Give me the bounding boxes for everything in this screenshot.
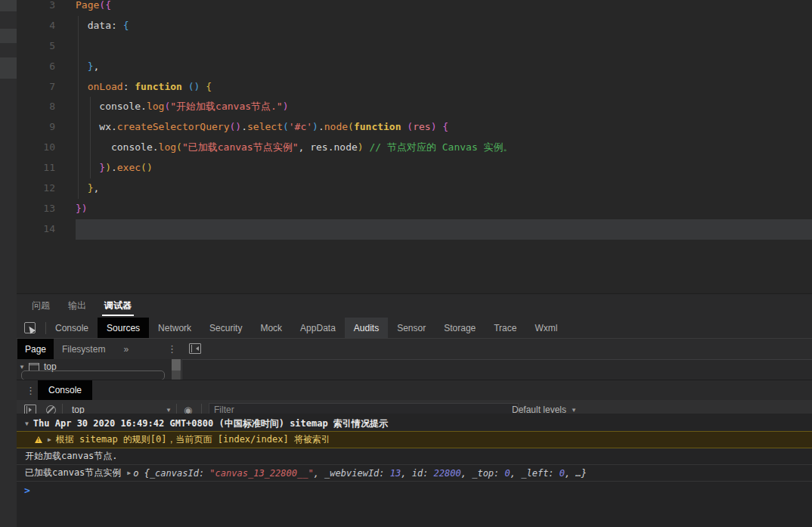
log-message-text: 已加载canvas节点实例: [25, 467, 121, 479]
line-number: 6: [17, 57, 76, 77]
devtools-tab-trace[interactable]: Trace: [485, 318, 525, 338]
line-number: 4: [17, 16, 76, 36]
frame-icon: [29, 363, 39, 371]
code-line: onLoad: function () {: [76, 77, 812, 98]
code-line: },: [76, 57, 812, 77]
indent-guide: [78, 16, 79, 199]
code-line: }).exec(): [76, 158, 812, 178]
devtools-tab-network[interactable]: Network: [149, 318, 200, 338]
line-number: 12: [17, 178, 76, 199]
tree-row-highlight: [0, 29, 17, 43]
devtools-tab-audits[interactable]: Audits: [345, 318, 388, 338]
devtools-tab-security[interactable]: Security: [200, 318, 251, 338]
console-output: ▼ Thu Apr 30 2020 16:49:42 GMT+0800 (中国标…: [17, 414, 812, 527]
wechat-devtools-window: 34567891011121314 Page({ data: { }, onLo…: [0, 0, 812, 527]
devtools-tab-appdata[interactable]: AppData: [291, 318, 345, 338]
sources-navigator-bar: Page Filesystem » ⋮: [17, 339, 812, 359]
code-line: wx.createSelectorQuery().select('#c').no…: [76, 117, 812, 138]
tab-page[interactable]: Page: [17, 339, 54, 359]
expand-arrow-icon[interactable]: ▼: [19, 364, 25, 370]
tab-filesystem[interactable]: Filesystem: [54, 339, 113, 359]
current-code-line: [76, 219, 812, 240]
inspect-element-icon[interactable]: [24, 322, 36, 333]
line-number: 10: [17, 138, 76, 158]
devtools-tab-console[interactable]: Console: [46, 318, 98, 338]
log-message-text: 开始加载canvas节点.: [25, 450, 118, 463]
object-preview: o {_canvasId: "canvas_13_22800__", _webv…: [133, 468, 587, 479]
panel-tab-bar: 问题输出调试器: [17, 294, 812, 318]
code-line: console.log("开始加载canvas节点."): [76, 97, 812, 117]
line-number: 13: [17, 199, 76, 219]
drawer-menu-icon[interactable]: ⋮: [26, 385, 36, 396]
file-tree-edge: [0, 0, 17, 527]
panel-tab[interactable]: 输出: [66, 294, 88, 318]
code-line: },: [76, 178, 812, 199]
devtools-tab-sensor[interactable]: Sensor: [388, 318, 435, 338]
line-number: 14: [17, 219, 76, 240]
line-number: 7: [17, 77, 76, 98]
console-log-message: 开始加载canvas节点.: [17, 448, 812, 465]
warning-icon: [35, 436, 42, 443]
panel-tab[interactable]: 调试器: [102, 294, 134, 318]
console-prompt[interactable]: >: [17, 482, 812, 499]
collapse-arrow-icon[interactable]: ▼: [25, 420, 29, 427]
line-number: 9: [17, 117, 76, 138]
code-line: Page({: [76, 0, 812, 16]
prompt-chevron-icon: >: [24, 485, 30, 496]
code-line: }): [76, 199, 812, 219]
devtools-tab-sources[interactable]: Sources: [98, 318, 149, 338]
expand-arrow-icon[interactable]: ▶: [127, 470, 131, 476]
line-number-gutter: 34567891011121314: [17, 0, 76, 240]
console-log-object-message: 已加载canvas节点实例 ▶ o {_canvasId: "canvas_13…: [17, 465, 812, 482]
code-line: [76, 36, 812, 57]
panel-tab[interactable]: 问题: [29, 294, 52, 318]
overflow-chevron-icon[interactable]: »: [123, 344, 129, 355]
chevron-down-icon: ▼: [571, 407, 577, 414]
indent-guide: [90, 97, 91, 178]
code-line: data: {: [76, 16, 812, 36]
line-number: 11: [17, 158, 76, 178]
devtools-tab-bar: ConsoleSourcesNetworkSecurityMockAppData…: [17, 318, 812, 339]
line-number: 8: [17, 97, 76, 117]
collapse-sidebar-icon[interactable]: [189, 343, 201, 354]
expand-arrow-icon[interactable]: ▶: [48, 436, 51, 443]
code-line: console.log("已加载canvas节点实例", res.node) /…: [76, 138, 812, 158]
console-group-message[interactable]: ▼ Thu Apr 30 2020 16:49:42 GMT+0800 (中国标…: [17, 416, 812, 431]
more-options-icon[interactable]: ⋮: [167, 339, 177, 359]
tab-console[interactable]: Console: [38, 380, 92, 400]
pane-border: [181, 359, 812, 360]
devtools-tab-mock[interactable]: Mock: [251, 318, 291, 338]
code-area[interactable]: Page({ data: { }, onLoad: function () { …: [76, 0, 812, 240]
code-editor[interactable]: 34567891011121314 Page({ data: { }, onLo…: [17, 0, 812, 293]
line-number: 3: [17, 0, 76, 16]
navigator-scrollbar[interactable]: [172, 359, 181, 380]
pane-divider[interactable]: [181, 359, 182, 380]
frame-tree-panel: ▼ top: [17, 359, 812, 380]
devtools-tab-storage[interactable]: Storage: [435, 318, 485, 338]
chevron-down-icon: ▼: [166, 407, 172, 414]
warning-message-text: 根据 sitemap 的规则[0]，当前页面 [index/index] 将被索…: [56, 433, 330, 446]
tree-row-highlight: [0, 57, 17, 79]
group-message-text: Thu Apr 30 2020 16:49:42 GMT+0800 (中国标准时…: [33, 417, 388, 430]
devtools-tab-wxml[interactable]: Wxml: [525, 318, 566, 338]
console-warning-message: ▶ 根据 sitemap 的规则[0]，当前页面 [index/index] 将…: [17, 431, 812, 448]
tree-row-highlight: [0, 0, 17, 11]
line-number: 5: [17, 36, 76, 57]
debug-panel: 问题输出调试器 ConsoleSourcesNetworkSecurityMoc…: [17, 293, 812, 527]
console-drawer-tab-bar: ⋮ Console: [17, 380, 812, 400]
